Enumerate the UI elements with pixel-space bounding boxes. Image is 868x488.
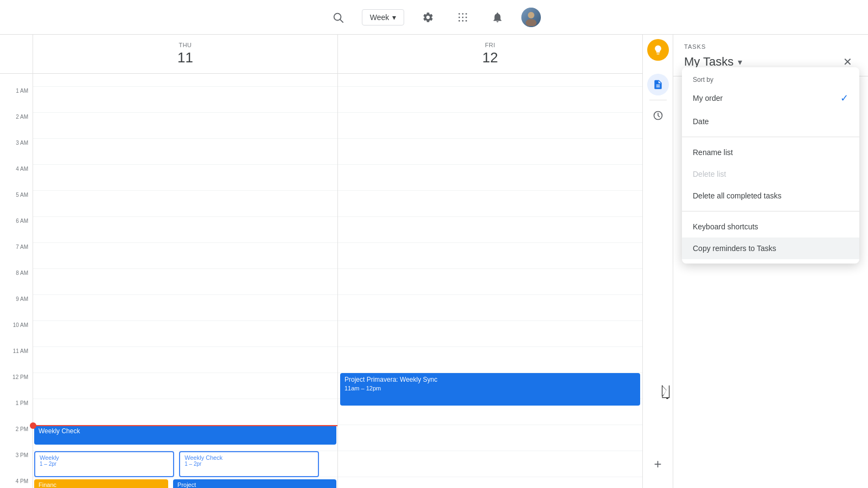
my-order-check: ✓ (840, 92, 848, 104)
avatar[interactable] (521, 8, 541, 27)
time-3pm: 3 PM (0, 451, 33, 477)
time-2am: 2 AM (0, 113, 33, 139)
time-11am: 11 AM (0, 347, 33, 373)
svg-point-3 (462, 13, 464, 15)
shortcuts-section: Keyboard shortcuts Copy reminders to Tas… (682, 211, 859, 264)
dropdown-overlay[interactable]: Sort by My order ✓ Date Rename list (673, 35, 868, 488)
header-icons: Week ▾ (327, 7, 541, 28)
delete-completed-label: Delete all completed tasks (693, 191, 781, 200)
thu-day-name: THU (178, 42, 192, 48)
svg-point-11 (528, 12, 534, 18)
svg-point-12 (526, 19, 537, 26)
week-dropdown-arrow: ▾ (392, 13, 396, 22)
svg-point-5 (458, 16, 460, 18)
right-panel: + (642, 35, 673, 488)
svg-point-2 (458, 13, 460, 15)
thu-day-num: 11 (177, 49, 193, 66)
time-4am: 4 AM (0, 165, 33, 191)
calendar-header: THU 11 FRI 12 (0, 35, 642, 74)
time-6am: 6 AM (0, 217, 33, 243)
svg-line-1 (340, 20, 343, 22)
rename-list-label: Rename list (693, 148, 733, 157)
header: Week ▾ (0, 0, 868, 35)
time-3am: 3 AM (0, 139, 33, 165)
tasks-icon-button[interactable] (647, 74, 669, 95)
notifications-icon[interactable] (487, 7, 508, 28)
time-5am: 5 AM (0, 191, 33, 217)
copy-reminders-label: Copy reminders to Tasks (693, 244, 776, 253)
grid-icon[interactable] (452, 7, 474, 28)
time-gutter-header (0, 35, 33, 73)
svg-point-4 (465, 13, 467, 15)
thu-header: THU 11 (33, 35, 337, 73)
fri-header: FRI 12 (337, 35, 642, 73)
delete-completed-item[interactable]: Delete all completed tasks (682, 185, 859, 207)
time-4pm: 4 PM (0, 477, 33, 488)
meeting-event[interactable]: Weekly Check (34, 425, 336, 445)
time-column: 1 AM 2 AM 3 AM 4 AM 5 AM 6 AM 7 AM 8 AM … (0, 74, 33, 488)
finance-event[interactable]: Financ (34, 479, 168, 488)
primavera-title: Project Primavera: Weekly Sync (344, 375, 636, 384)
svg-point-9 (462, 20, 464, 22)
search-icon[interactable] (327, 7, 349, 28)
time-1am: 1 AM (0, 87, 33, 113)
time-7am: 7 AM (0, 243, 33, 269)
primavera-time: 11am – 12pm (344, 384, 636, 393)
calendar-area: THU 11 FRI 12 1 AM 2 AM 3 AM 4 AM 5 AM 6… (0, 35, 642, 488)
time-8am: 8 AM (0, 269, 33, 295)
fri-column[interactable]: Project Primavera: Weekly Sync 11am – 12… (337, 74, 642, 488)
keyboard-shortcuts-label: Keyboard shortcuts (693, 222, 758, 231)
bulb-icon-button[interactable] (647, 39, 669, 61)
sort-by-label: Sort by (682, 72, 859, 86)
reminder-icon-button[interactable] (647, 105, 669, 126)
panel-divider (649, 100, 667, 100)
date-item[interactable]: Date (682, 111, 859, 132)
copy-reminders-item[interactable]: Copy reminders to Tasks (682, 237, 859, 259)
tasks-panel: TASKS My Tasks ▾ ✕ Sort by My order (673, 35, 868, 488)
dropdown-menu: Sort by My order ✓ Date Rename list (682, 67, 859, 264)
my-order-label: My order (693, 94, 723, 102)
keyboard-shortcuts-item[interactable]: Keyboard shortcuts (682, 216, 859, 237)
sort-section: Sort by My order ✓ Date (682, 67, 859, 137)
time-10am: 10 AM (0, 321, 33, 347)
rename-list-item[interactable]: Rename list (682, 142, 859, 163)
settings-icon[interactable] (417, 7, 439, 28)
week-label: Week (370, 13, 390, 22)
thu-column[interactable]: Weekly Check Weekly 1 – 2pr Weekly Check… (33, 74, 337, 488)
svg-point-8 (458, 20, 460, 22)
time-2pm: 2 PM (0, 425, 33, 451)
time-12pm: 12 PM (0, 373, 33, 399)
rename-section: Rename list Delete list Delete all compl… (682, 137, 859, 211)
my-order-item[interactable]: My order ✓ (682, 86, 859, 111)
svg-point-6 (462, 16, 464, 18)
weekly-event-1[interactable]: Weekly 1 – 2pr (34, 451, 174, 477)
svg-point-7 (465, 16, 467, 18)
weekly-check-event[interactable]: Weekly Check 1 – 2pr (179, 451, 319, 477)
date-label: Date (693, 117, 709, 126)
main-content: THU 11 FRI 12 1 AM 2 AM 3 AM 4 AM 5 AM 6… (0, 35, 868, 488)
project-event[interactable]: Project (173, 479, 336, 488)
delete-list-label: Delete list (693, 170, 726, 178)
svg-point-10 (465, 20, 467, 22)
delete-list-item: Delete list (682, 163, 859, 185)
week-view-button[interactable]: Week ▾ (362, 9, 405, 25)
fri-day-num: 12 (482, 49, 498, 66)
calendar-grid: 1 AM 2 AM 3 AM 4 AM 5 AM 6 AM 7 AM 8 AM … (0, 74, 642, 488)
avatar-image (521, 8, 541, 27)
time-9am: 9 AM (0, 295, 33, 321)
fri-day-name: FRI (485, 42, 495, 48)
time-line-dot (30, 422, 36, 429)
current-time-line (33, 425, 337, 426)
add-button[interactable]: + (647, 453, 669, 475)
primavera-event[interactable]: Project Primavera: Weekly Sync 11am – 12… (340, 373, 640, 406)
time-1pm: 1 PM (0, 399, 33, 425)
